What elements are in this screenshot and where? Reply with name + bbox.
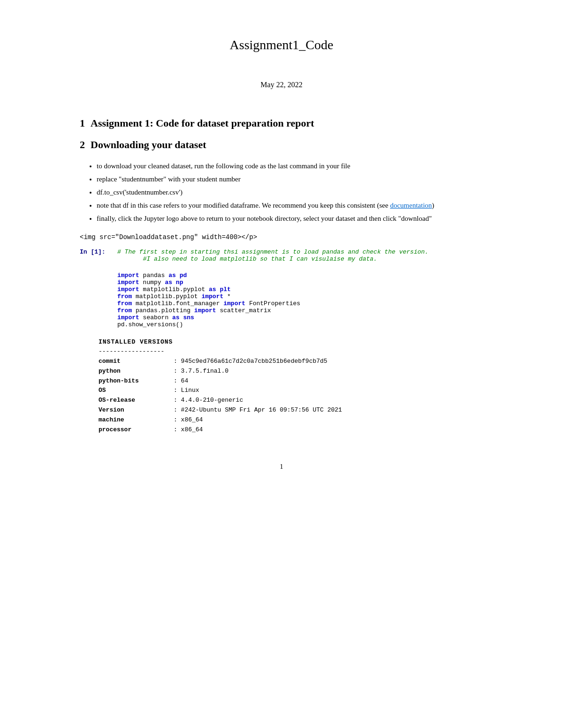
from-matplotlib-pyplot: from matplotlib.pyplot import * xyxy=(117,293,231,300)
import-numpy: import numpy as np xyxy=(117,279,183,286)
kw-np: np xyxy=(176,279,183,286)
output-val-processor: : x86_64 xyxy=(174,425,203,435)
kw-from-2: from xyxy=(117,300,132,307)
kw-sns: sns xyxy=(183,314,194,321)
output-key-machine: machine xyxy=(99,415,174,425)
bullet-item-3: df.to_csv('studentnumber.csv') xyxy=(97,187,483,198)
output-key-version: Version xyxy=(99,405,174,415)
output-row-processor: processor : x86_64 xyxy=(99,425,483,435)
kw-import-7: import xyxy=(117,314,139,321)
bullet-item-1: to download your cleaned dataset, run th… xyxy=(97,160,483,172)
kw-from-3: from xyxy=(117,307,132,314)
pd-show-versions: pd.show_versions() xyxy=(117,321,183,328)
bullet-item-5: finally, click the Jupyter logo above to… xyxy=(97,213,483,224)
output-key-commit: commit xyxy=(99,357,174,367)
kw-as-4: as xyxy=(172,314,180,321)
section-2-number: 2 xyxy=(80,139,85,150)
in-label: In [1]: xyxy=(80,248,117,255)
code-comment-2: #I also need to load matplotlib so that … xyxy=(117,255,483,263)
output-row-os: OS : Linux xyxy=(99,386,483,396)
kw-import-5: import xyxy=(223,300,245,307)
output-val-os-release: : 4.4.0-210-generic xyxy=(174,396,243,405)
img-tag-line: <img src="Downloaddataset.png" width=400… xyxy=(80,233,483,241)
output-val-commit: : 945c9ed766a61c7d2c0a7cbb251b6edebf9cb7… xyxy=(174,357,327,367)
output-val-python-bits: : 64 xyxy=(174,376,188,386)
output-row-machine: machine : x86_64 xyxy=(99,415,483,425)
output-key-os: OS xyxy=(99,386,174,396)
output-row-commit: commit : 945c9ed766a61c7d2c0a7cbb251b6ed… xyxy=(99,357,483,367)
output-val-machine: : x86_64 xyxy=(174,415,203,425)
section-1-number: 1 xyxy=(80,117,85,129)
output-row-version: Version : #242-Ubuntu SMP Fri Apr 16 09:… xyxy=(99,405,483,415)
kw-from-1: from xyxy=(117,293,132,300)
kw-import-1: import xyxy=(117,272,139,279)
output-heading: INSTALLED VERSIONS xyxy=(99,338,483,347)
kw-as-2: as xyxy=(165,279,172,286)
page-date: May 22, 2022 xyxy=(80,81,483,89)
kw-plt: plt xyxy=(220,286,230,293)
output-row-python-bits: python-bits : 64 xyxy=(99,376,483,386)
documentation-link[interactable]: documentation xyxy=(390,202,432,209)
section-1-heading: 1Assignment 1: Code for dataset preparat… xyxy=(80,117,483,129)
output-key-os-release: OS-release xyxy=(99,396,174,405)
import-pandas: import pandas as pd xyxy=(117,272,187,279)
output-val-python: : 3.7.5.final.0 xyxy=(174,367,228,376)
output-row-python: python : 3.7.5.final.0 xyxy=(99,367,483,376)
kw-import-3: import xyxy=(117,286,139,293)
output-divider: ------------------ xyxy=(99,347,483,357)
kw-as-3: as xyxy=(209,286,216,293)
output-val-os: : Linux xyxy=(174,386,199,396)
from-pandas-plotting: from pandas.plotting import scatter_matr… xyxy=(117,307,271,314)
output-val-version: : #242-Ubuntu SMP Fri Apr 16 09:57:56 UT… xyxy=(174,405,342,415)
from-font-manager: from matplotlib.font_manager import Font… xyxy=(117,300,300,307)
kw-import-4: import xyxy=(201,293,223,300)
section-2-heading: 2Downloading your dataset xyxy=(80,139,483,151)
code-input-block: In [1]: # The first step in starting ths… xyxy=(80,248,483,328)
kw-as-1: as xyxy=(168,272,176,279)
import-matplotlib: import matplotlib.pyplot as plt xyxy=(117,286,231,293)
page-container: Assignment1_Code May 22, 2022 1Assignmen… xyxy=(80,0,483,508)
output-block: INSTALLED VERSIONS ------------------ co… xyxy=(80,338,483,435)
output-key-python: python xyxy=(99,367,174,376)
output-key-processor: processor xyxy=(99,425,174,435)
kw-import-2: import xyxy=(117,279,139,286)
output-key-python-bits: python-bits xyxy=(99,376,174,386)
import-seaborn: import seaborn as sns xyxy=(117,314,194,321)
code-content: # The first step in starting thsi assign… xyxy=(117,248,483,328)
page-number: 1 xyxy=(80,463,483,471)
blank-line-1 xyxy=(117,263,483,272)
output-row-os-release: OS-release : 4.4.0-210-generic xyxy=(99,396,483,405)
code-comment-1: # The first step in starting thsi assign… xyxy=(117,248,483,255)
kw-pd: pd xyxy=(180,272,187,279)
download-bullet-list: to download your cleaned dataset, run th… xyxy=(97,160,483,224)
page-title: Assignment1_Code xyxy=(80,38,483,53)
bullet-item-2: replace "studentnumber" with your studen… xyxy=(97,173,483,185)
kw-import-6: import xyxy=(194,307,216,314)
bullet-item-4: note that df in this case refers to your… xyxy=(97,200,483,211)
